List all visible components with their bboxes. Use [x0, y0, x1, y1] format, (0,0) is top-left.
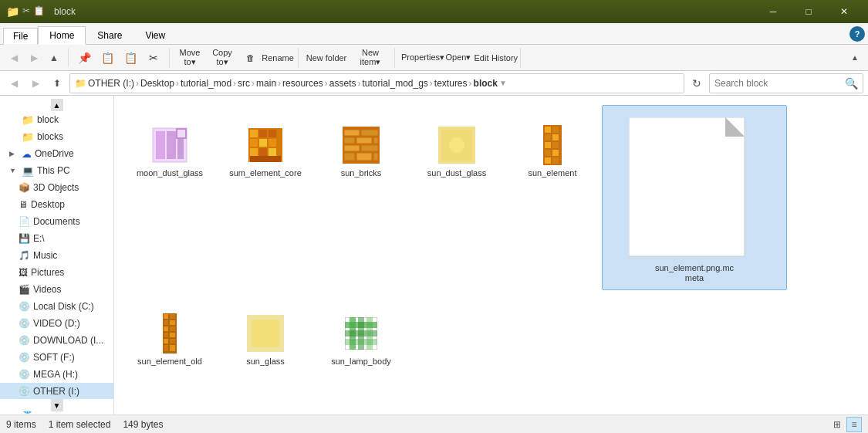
svg-rect-38 — [552, 142, 559, 148]
svg-rect-67 — [345, 339, 377, 345]
sidebar-item-thispc[interactable]: ▼ 💻 This PC — [0, 162, 113, 179]
window-title: block — [51, 6, 755, 17]
main-layout: ▲ 📁 block 📁 blocks ▶ ☁ OneDrive ▼ 💻 This… — [0, 96, 868, 414]
sidebar-item-onedrive[interactable]: ▶ ☁ OneDrive — [0, 145, 113, 162]
address-back[interactable]: ◀ — [5, 74, 23, 93]
file-icon-sun-element — [532, 125, 572, 165]
list-view[interactable]: ≡ — [846, 417, 862, 432]
search-icon[interactable]: 🔍 — [845, 77, 858, 90]
forward-button[interactable]: ▶ — [25, 49, 43, 67]
breadcrumb-item-2: Desktop — [140, 78, 174, 89]
sidebar-item-otherdrive[interactable]: 💿 OTHER (I:) — [0, 383, 113, 400]
file-item-sun-bricks[interactable]: sun_bricks — [315, 105, 407, 182]
sidebar-item-label: E:\ — [33, 233, 45, 244]
refresh-button[interactable]: ↻ — [687, 74, 706, 93]
svg-rect-28 — [373, 153, 378, 161]
svg-rect-51 — [164, 326, 168, 331]
desktop-icon: 🖥 — [19, 199, 28, 210]
sidebar-item-blocks[interactable]: 📁 blocks — [0, 128, 113, 145]
back-button[interactable]: ◀ — [5, 49, 23, 67]
sidebar-item-block[interactable]: 📁 block — [0, 111, 113, 128]
svg-rect-6 — [177, 130, 185, 137]
sidebar-item-label: DOWNLOAD (I... — [33, 335, 103, 346]
breadcrumb[interactable]: 📁 OTHER (I:) › Desktop › tutorial_mod › … — [69, 73, 684, 93]
copy-button[interactable]: 📋 — [96, 48, 118, 68]
svg-rect-40 — [552, 150, 559, 156]
sidebar-item-label: Local Disk (C:) — [33, 301, 94, 312]
svg-rect-21 — [344, 137, 355, 144]
move-btn[interactable]: Move to▾ — [174, 48, 205, 68]
sidebar: ▲ 📁 block 📁 blocks ▶ ☁ OneDrive ▼ 💻 This… — [0, 96, 114, 414]
folder-icon: 📁 — [22, 114, 34, 126]
sidebar-item-3dobjects[interactable]: 📦 3D Objects — [0, 179, 113, 196]
search-input[interactable] — [714, 78, 842, 89]
svg-rect-58 — [170, 345, 175, 351]
window-controls[interactable]: ─ □ ✕ — [755, 0, 862, 23]
file-icon-sun-bricks — [341, 125, 381, 165]
svg-rect-20 — [361, 130, 378, 136]
fdrive-icon: 💿 — [19, 352, 30, 363]
sidebar-item-ddrive[interactable]: 💿 VIDEO (D:) — [0, 315, 113, 332]
svg-rect-26 — [344, 153, 355, 161]
tab-home[interactable]: Home — [38, 26, 86, 45]
file-item-sun-lamp-body[interactable]: sun_lamp_body — [315, 293, 407, 370]
cut-button[interactable]: ✂ — [143, 48, 164, 68]
minimize-button[interactable]: ─ — [755, 0, 791, 23]
ribbon-tabs: File Home Share View ? — [0, 23, 868, 45]
sidebar-item-edrive[interactable]: 💾 E:\ — [0, 230, 113, 247]
ribbon-collapse[interactable]: ▲ — [846, 52, 863, 63]
sidebar-scroll-up[interactable]: ▲ — [51, 99, 63, 111]
computer-icon: 💻 — [22, 165, 34, 177]
sidebar-item-documents[interactable]: 📄 Documents — [0, 213, 113, 230]
address-forward[interactable]: ▶ — [26, 74, 45, 93]
address-up[interactable]: ⬆ — [48, 74, 66, 93]
sidebar-item-label: SOFT (F:) — [33, 352, 75, 363]
paste-button[interactable]: 📋 — [120, 48, 141, 68]
new-item-btn[interactable]: New item▾ — [351, 48, 390, 68]
history-btn[interactable]: History — [494, 48, 515, 68]
file-label-sun-element-old: sun_element_old — [137, 357, 202, 367]
clipboard-section: 📌 📋 📋 ✂ — [73, 48, 170, 68]
copy-to-btn[interactable]: Copy to▾ — [207, 48, 238, 68]
file-item-sun-element-old[interactable]: sun_element_old — [123, 293, 216, 370]
sidebar-item-label: Videos — [33, 284, 61, 295]
sidebar-item-fdrive[interactable]: 💿 SOFT (F:) — [0, 349, 113, 366]
file-item-sum-element-core[interactable]: sum_element_core — [219, 105, 312, 182]
new-folder-btn[interactable]: New folder — [303, 48, 350, 68]
up-button[interactable]: ▲ — [45, 49, 63, 67]
edit-btn[interactable]: Edit — [471, 48, 492, 68]
search-bar[interactable]: 🔍 — [709, 73, 863, 93]
sidebar-item-idrive-download[interactable]: 💿 DOWNLOAD (I... — [0, 332, 113, 349]
music-icon: 🎵 — [19, 250, 30, 261]
delete-btn[interactable]: 🗑 — [239, 48, 261, 68]
properties-btn[interactable]: Properties▾ — [400, 48, 446, 68]
tab-share[interactable]: Share — [86, 25, 133, 44]
svg-rect-60 — [252, 320, 279, 347]
sidebar-item-music[interactable]: 🎵 Music — [0, 247, 113, 264]
svg-rect-55 — [164, 339, 168, 343]
tab-view[interactable]: View — [133, 25, 177, 44]
file-item-moon-dust-glass[interactable]: moon_dust_glass — [123, 105, 216, 182]
tab-file[interactable]: File — [3, 28, 38, 45]
sidebar-item-label: OTHER (I:) — [33, 386, 79, 397]
sidebar-item-pictures[interactable]: 🖼 Pictures — [0, 264, 113, 281]
file-item-sun-glass[interactable]: sun_glass — [219, 293, 312, 370]
sidebar-item-desktop[interactable]: 🖥 Desktop — [0, 196, 113, 213]
sidebar-scroll-down[interactable]: ▼ — [51, 399, 63, 411]
file-item-sun-element[interactable]: sun_element — [506, 105, 599, 182]
close-button[interactable]: ✕ — [826, 0, 862, 23]
sidebar-item-hdrive[interactable]: 💿 MEGA (H:) — [0, 366, 113, 383]
rename-btn[interactable]: Rename — [262, 48, 293, 68]
svg-rect-2 — [156, 131, 165, 159]
maximize-button[interactable]: □ — [791, 0, 826, 23]
sidebar-item-cdrive[interactable]: 💿 Local Disk (C:) — [0, 298, 113, 315]
file-item-sun-element-mcmeta[interactable]: sun_element.png.mcmeta — [602, 105, 787, 290]
help-button[interactable]: ? — [849, 26, 865, 42]
sidebar-item-videos[interactable]: 🎬 Videos — [0, 281, 113, 298]
file-item-sun-dust-glass[interactable]: sun_dust_glass — [410, 105, 503, 182]
pin-button[interactable]: 📌 — [73, 48, 95, 68]
large-icons-view[interactable]: ⊞ — [829, 417, 845, 432]
open-btn[interactable]: Open▾ — [448, 48, 469, 68]
svg-rect-41 — [545, 157, 551, 164]
svg-rect-49 — [164, 320, 168, 325]
